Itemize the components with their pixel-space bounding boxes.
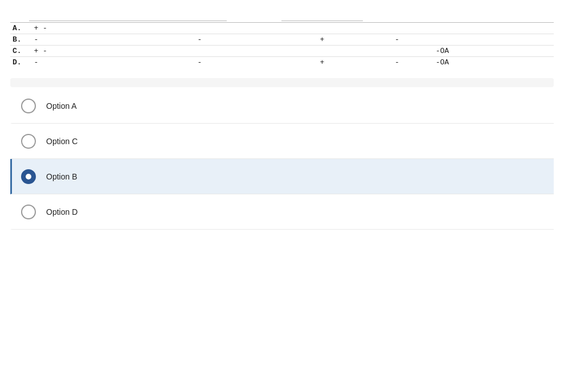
option-label-b: Option B (46, 172, 77, 181)
cell-cashflows: -OA (431, 46, 554, 57)
cell-eq (349, 46, 363, 57)
option-row-d[interactable]: Option D (10, 194, 554, 230)
table-row: C. + - -OA (10, 46, 554, 57)
cell-expense (295, 23, 350, 34)
cell-revenue (227, 57, 281, 68)
multiple-choice-label (10, 78, 554, 87)
option-label-a: Option A (46, 101, 77, 111)
cell-dash (281, 34, 295, 46)
cell-assets: - (29, 57, 84, 68)
table-row: D. - - + - -OA (10, 57, 554, 68)
cell-assets: - (29, 34, 84, 46)
table-row: B. - - + - (10, 34, 554, 46)
cell-liab (84, 23, 172, 34)
radio-b[interactable] (21, 169, 36, 184)
cell-letter: A. (10, 23, 29, 34)
cell-letter: D. (10, 57, 29, 68)
cell-liab (84, 46, 172, 57)
option-label-c: Option C (46, 137, 77, 146)
cell-eq (349, 34, 363, 46)
cell-netincome (363, 23, 431, 34)
cell-revenue (227, 46, 281, 57)
table-row: A. + - (10, 23, 554, 34)
cell-revenue (227, 23, 281, 34)
cell-cashflows: -OA (431, 57, 554, 68)
cell-letter: B. (10, 34, 29, 46)
cell-equity: - (173, 34, 227, 46)
cell-liab (84, 57, 172, 68)
options-list: Option AOption COption BOption D (10, 88, 554, 230)
cell-cashflows (431, 34, 554, 46)
cell-netincome: - (363, 57, 431, 68)
cell-expense: + (295, 34, 350, 46)
cell-dash (281, 57, 295, 68)
option-label-d: Option D (46, 207, 77, 217)
option-row-b[interactable]: Option B (10, 159, 554, 194)
cell-liab (84, 34, 172, 46)
cell-expense: + (295, 57, 350, 68)
radio-d[interactable] (21, 205, 36, 219)
cell-netincome: - (363, 34, 431, 46)
option-row-a[interactable]: Option A (10, 88, 554, 124)
cell-equity: - (173, 57, 227, 68)
cell-assets: + - (29, 23, 84, 34)
table-wrapper: A. + - B. - - + - C. + - (10, 18, 554, 68)
cell-netincome (363, 46, 431, 57)
cell-cashflows (431, 23, 554, 34)
cell-assets: + - (29, 46, 84, 57)
cell-dash (281, 23, 295, 34)
radio-c[interactable] (21, 134, 36, 149)
radio-inner-b (26, 174, 31, 179)
cell-equity (173, 46, 227, 57)
cell-revenue (227, 34, 281, 46)
radio-a[interactable] (21, 99, 36, 113)
option-row-c[interactable]: Option C (10, 124, 554, 159)
cell-eq (349, 23, 363, 34)
cell-letter: C. (10, 46, 29, 57)
cell-eq (349, 57, 363, 68)
cell-dash (281, 46, 295, 57)
cell-expense (295, 46, 350, 57)
cell-equity (173, 23, 227, 34)
financial-table: A. + - B. - - + - C. + - (10, 18, 554, 68)
